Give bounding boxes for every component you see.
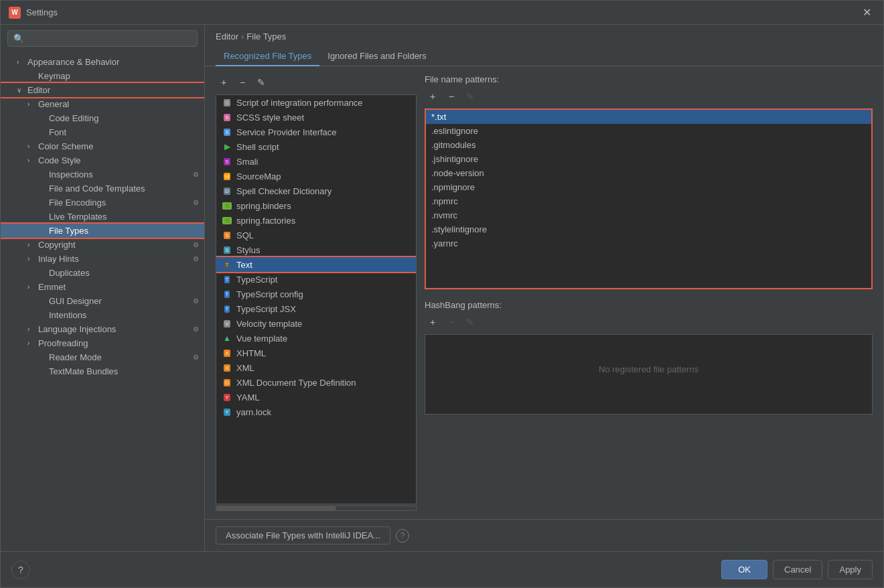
sidebar-item-appearance[interactable]: › Appearance & Behavior (1, 55, 204, 69)
tab-ignored-files-folders[interactable]: Ignored Files and Folders (319, 47, 434, 66)
pattern-item-node-version[interactable]: .node-version (426, 166, 871, 180)
sidebar-item-label: Reader Mode (49, 352, 190, 362)
list-item[interactable]: Y yarn.lock (216, 405, 416, 419)
sidebar-item-language-injections[interactable]: › Language Injections ⚙ (1, 322, 204, 336)
sp-icon: S (222, 127, 232, 137)
sidebar-item-label: File Encodings (49, 198, 190, 208)
badge-icon: ⚙ (193, 325, 199, 333)
chevron-right-icon: › (27, 340, 35, 347)
sidebar-item-live-templates[interactable]: Live Templates (1, 210, 204, 224)
sidebar-item-file-code-templates[interactable]: File and Code Templates (1, 181, 204, 196)
file-type-label: TypeScript JSX (236, 304, 296, 314)
list-item[interactable]: ▶ Shell script (216, 139, 416, 154)
list-item[interactable]: S Script of integration performance (216, 95, 416, 110)
sidebar-item-gui-designer[interactable]: GUI Designer ⚙ (1, 294, 204, 308)
file-type-label: yarn.lock (236, 407, 271, 417)
sidebar-item-reader-mode[interactable]: Reader Mode ⚙ (1, 350, 204, 364)
pattern-item-stylelintignore[interactable]: .stylelintignore (426, 222, 871, 236)
sidebar-item-textmate-bundles[interactable]: TextMate Bundles (1, 364, 204, 378)
hashbang-toolbar: + − ✎ (425, 314, 873, 330)
list-item[interactable]: S Service Provider Interface (216, 125, 416, 139)
pattern-item-yarnrc[interactable]: .yarnrc (426, 236, 871, 250)
add-file-type-button[interactable]: + (216, 74, 232, 90)
pattern-item-npmrc[interactable]: .npmrc (426, 194, 871, 208)
cancel-button[interactable]: Cancel (773, 560, 822, 579)
list-item[interactable]: V Velocity template (216, 316, 416, 331)
sidebar-item-duplicates[interactable]: Duplicates (1, 266, 204, 280)
sidebar-item-emmet[interactable]: › Emmet (1, 280, 204, 294)
ok-button[interactable]: OK (721, 560, 767, 579)
list-item[interactable]: ▲ Vue template (216, 331, 416, 346)
list-item[interactable]: T TypeScript (216, 272, 416, 287)
script-icon: S (222, 97, 232, 108)
sidebar-item-keymap[interactable]: Keymap (1, 69, 204, 83)
list-item[interactable]: X XHTML (216, 346, 416, 360)
pattern-item-jshintignore[interactable]: .jshintignore (426, 152, 871, 166)
chevron-right-icon: › (27, 100, 35, 108)
sidebar-item-label: Live Templates (49, 212, 199, 222)
remove-file-type-button[interactable]: − (234, 74, 250, 90)
sidebar-item-code-style[interactable]: › Code Style (1, 153, 204, 167)
list-item[interactable]: S Stylus (216, 242, 416, 257)
list-item[interactable]: S SQL (216, 228, 416, 242)
sidebar-item-general[interactable]: › General (1, 97, 204, 111)
file-types-list[interactable]: S Script of integration performance S SC… (216, 94, 417, 504)
list-item[interactable]: X XML (216, 360, 416, 375)
list-item[interactable]: Y YAML (216, 390, 416, 405)
apply-button[interactable]: Apply (828, 560, 873, 579)
sidebar-item-file-types[interactable]: File Types (1, 224, 204, 238)
add-pattern-button[interactable]: + (425, 88, 441, 104)
remove-hashbang-button[interactable]: − (443, 314, 459, 330)
sidebar-item-intentions[interactable]: Intentions (1, 308, 204, 322)
sidebar-item-label: Emmet (38, 282, 199, 292)
sidebar-item-label: Code Editing (49, 113, 199, 123)
sidebar-item-inspections[interactable]: Inspections ⚙ (1, 167, 204, 181)
list-item[interactable]: T TypeScript JSX (216, 301, 416, 316)
sidebar-item-color-scheme[interactable]: › Color Scheme (1, 139, 204, 153)
sidebar-item-label: Language Injections (38, 324, 190, 334)
pattern-item-nvmrc[interactable]: .nvmrc (426, 208, 871, 222)
file-type-label: XML Document Type Definition (236, 378, 356, 388)
file-type-label: XML (236, 363, 254, 373)
dialog-footer: ? OK Cancel Apply (1, 551, 883, 587)
patterns-list[interactable]: *.txt .eslintignore .gitmodules .jshinti… (425, 108, 873, 289)
yaml-icon: Y (222, 392, 232, 402)
list-item[interactable]: S SCSS style sheet (216, 110, 416, 125)
edit-hashbang-button[interactable]: ✎ (462, 314, 478, 330)
pattern-item-eslintignore[interactable]: .eslintignore (426, 124, 871, 138)
list-item[interactable]: T TypeScript config (216, 287, 416, 301)
dialog-body: 🔍 › Appearance & Behavior Keymap ∨ Edito (1, 25, 883, 551)
breadcrumb-parent: Editor (216, 31, 238, 42)
hashbang-list[interactable]: No registered file patterns (425, 334, 873, 415)
sidebar-item-file-encodings[interactable]: File Encodings ⚙ (1, 196, 204, 210)
sidebar-item-code-editing[interactable]: Code Editing (1, 111, 204, 125)
vue-icon: ▲ (222, 333, 232, 344)
pattern-item-txt[interactable]: *.txt (426, 110, 871, 124)
edit-file-type-button[interactable]: ✎ (253, 74, 269, 90)
list-item[interactable]: 🌿 spring.factories (216, 213, 416, 228)
patterns-panel: File name patterns: + − ✎ *.txt .eslinti… (425, 74, 873, 511)
sidebar-item-editor[interactable]: ∨ Editor (1, 83, 204, 97)
associate-file-types-button[interactable]: Associate File Types with IntelliJ IDEA.… (216, 526, 390, 544)
list-item-text[interactable]: T Text (216, 257, 416, 272)
question-button[interactable]: ? (11, 561, 30, 579)
list-item[interactable]: D Spell Checker Dictionary (216, 183, 416, 198)
help-icon[interactable]: ? (396, 529, 409, 542)
sidebar-item-font[interactable]: Font (1, 125, 204, 139)
sidebar-item-inlay-hints[interactable]: › Inlay Hints ⚙ (1, 252, 204, 266)
search-input[interactable] (27, 33, 192, 44)
remove-pattern-button[interactable]: − (443, 88, 459, 104)
pattern-item-npmignore[interactable]: .npmignore (426, 180, 871, 194)
list-item[interactable]: M SourceMap (216, 169, 416, 183)
edit-pattern-button[interactable]: ✎ (462, 88, 478, 104)
search-box[interactable]: 🔍 (7, 30, 198, 47)
tab-recognized-file-types[interactable]: Recognized File Types (216, 47, 319, 66)
pattern-item-gitmodules[interactable]: .gitmodules (426, 138, 871, 152)
add-hashbang-button[interactable]: + (425, 314, 441, 330)
sidebar-item-copyright[interactable]: › Copyright ⚙ (1, 238, 204, 252)
list-item[interactable]: 🌿 spring.binders (216, 198, 416, 213)
close-button[interactable]: ✕ (859, 5, 875, 20)
sidebar-item-proofreading[interactable]: › Proofreading (1, 336, 204, 350)
list-item[interactable]: D XML Document Type Definition (216, 375, 416, 390)
list-item[interactable]: S Smali (216, 154, 416, 169)
